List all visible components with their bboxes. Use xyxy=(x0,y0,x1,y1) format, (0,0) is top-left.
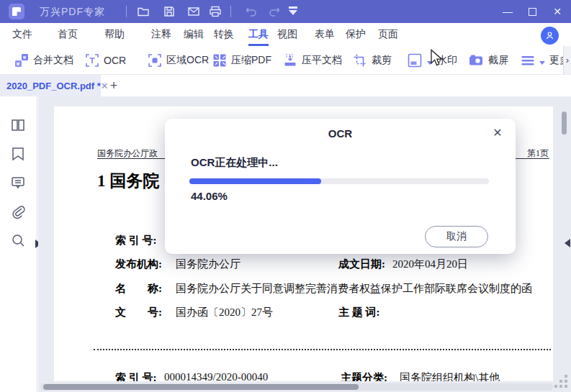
maximize-button[interactable] xyxy=(520,0,544,23)
progress-bar-fill xyxy=(189,178,321,184)
toolbar-label: 区域OCR xyxy=(166,54,209,67)
mouse-cursor xyxy=(430,49,444,68)
collapse-toolbar-icon[interactable] xyxy=(288,6,298,17)
comments-icon[interactable] xyxy=(10,175,26,191)
horizontal-scrollbar-thumb[interactable] xyxy=(43,384,359,390)
area-ocr-icon xyxy=(148,53,162,68)
flatten-document-button[interactable]: 压平文档 xyxy=(283,46,342,74)
field-value: 000014349/2020-00040 xyxy=(164,371,268,381)
more-tools-button[interactable]: 更多 xyxy=(521,46,567,74)
tabbar: 2020_PDF_OCR.pdf * ✕ + xyxy=(0,75,571,96)
ocr-status-text: OCR正在处理中... xyxy=(191,156,278,170)
doc-heading: 1 国务院 xyxy=(97,170,159,192)
field-label: 索 引 号: xyxy=(115,372,157,381)
undo-icon[interactable] xyxy=(245,5,258,18)
save-icon[interactable] xyxy=(163,5,176,18)
menu-edit[interactable]: 编辑 xyxy=(184,24,204,46)
app-window: 万兴PDF专家 — ✕ 文件 首页 帮助 注释 编辑 转换 工具 xyxy=(0,0,571,392)
menu-convert[interactable]: 转换 xyxy=(214,24,234,46)
toolbar: 合并文档 OCR 区域OCR 压缩PDF 压平文档 裁剪 水印 xyxy=(0,46,571,75)
progress-bar xyxy=(189,178,489,184)
toolbar-label: OCR xyxy=(104,55,126,66)
field-value: 2020年04月20日 xyxy=(392,257,468,271)
open-file-icon[interactable] xyxy=(137,5,150,18)
menu-comment[interactable]: 注释 xyxy=(151,24,171,46)
cancel-button[interactable]: 取消 xyxy=(425,226,488,247)
more-tools-caret[interactable] xyxy=(539,61,545,65)
titlebar: 万兴PDF专家 — ✕ xyxy=(0,0,571,23)
flatten-document-icon xyxy=(283,53,297,68)
crop-button[interactable]: 裁剪 xyxy=(353,46,392,74)
print-icon[interactable] xyxy=(209,5,222,18)
menu-help[interactable]: 帮助 xyxy=(104,24,125,46)
toolbar-label: 压平文档 xyxy=(302,54,342,67)
field-value: 国务院办公厅关于同意调整完善消费者权益保护工作部际联席会议制度的函 xyxy=(176,282,550,296)
doc-field-row: 名 称: 国务院办公厅关于同意调整完善消费者权益保护工作部际联席会议制度的函 xyxy=(115,282,162,296)
watermark-icon xyxy=(407,53,423,68)
titlebar-separator xyxy=(230,6,231,17)
right-panel-expand-handle[interactable] xyxy=(565,239,570,247)
field-label: 主 题 词: xyxy=(338,306,380,319)
bookmarks-icon[interactable] xyxy=(10,146,26,162)
ocr-icon xyxy=(85,53,99,68)
compress-pdf-icon xyxy=(212,53,227,68)
field-value: 国务院办公厅 xyxy=(176,257,240,271)
menu-home[interactable]: 首页 xyxy=(58,24,78,46)
dialog-title: OCR xyxy=(165,127,516,140)
app-title: 万兴PDF专家 xyxy=(40,6,105,19)
crop-icon xyxy=(353,53,367,68)
toolbar-label: 裁剪 xyxy=(372,54,392,67)
toolbar-label: 截屏 xyxy=(488,54,508,67)
menu-page[interactable]: 页面 xyxy=(378,24,398,46)
attachments-icon[interactable] xyxy=(10,204,26,219)
tab-title: 2020_PDF_OCR.pdf * xyxy=(6,81,101,91)
toolbar-overflow-chevron[interactable]: › xyxy=(563,46,571,74)
field-label: 文 号: xyxy=(115,306,162,318)
menu-tools[interactable]: 工具 xyxy=(248,24,269,46)
field-label: 主题分类: xyxy=(341,371,387,381)
user-avatar[interactable] xyxy=(541,27,559,45)
page-thumbnails-icon[interactable] xyxy=(10,117,26,133)
menu-view[interactable]: 视图 xyxy=(277,24,297,46)
area-ocr-button[interactable]: 区域OCR xyxy=(148,46,209,74)
close-button[interactable]: ✕ xyxy=(545,0,570,23)
app-logo-icon xyxy=(9,4,24,19)
menu-form[interactable]: 表单 xyxy=(315,24,335,46)
menu-file[interactable]: 文件 xyxy=(12,24,32,46)
document-tab[interactable]: 2020_PDF_OCR.pdf * ✕ xyxy=(0,75,101,96)
minimize-button[interactable]: — xyxy=(495,0,520,23)
vertical-scrollbar-thumb[interactable] xyxy=(562,111,567,135)
field-value: 国办函〔2020〕27号 xyxy=(176,306,273,319)
merge-documents-button[interactable]: 合并文档 xyxy=(14,46,73,74)
field-label: 发布机构: xyxy=(115,258,162,270)
menubar: 文件 首页 帮助 注释 编辑 转换 工具 视图 表单 保护 页面 xyxy=(0,23,571,46)
doc-dotted-divider xyxy=(94,349,551,350)
search-icon[interactable] xyxy=(10,232,26,248)
doc-field-row: 索 引 号: xyxy=(115,234,157,247)
dialog-close-icon[interactable]: ✕ xyxy=(490,125,505,140)
progress-percent: 44.06% xyxy=(191,190,228,202)
hamburger-menu-icon xyxy=(521,53,535,68)
redo-icon[interactable] xyxy=(268,5,281,18)
toolbar-label: 合并文档 xyxy=(33,54,73,67)
doc-field-row: 索 引 号: 000014349/2020-00040 主题分类: 国务院组织机… xyxy=(115,371,157,381)
left-sidebar xyxy=(0,96,37,392)
field-label: 名 称: xyxy=(115,283,162,294)
doc-field-row: 发布机构: 国务院办公厅 成文日期: 2020年04月20日 xyxy=(115,257,162,271)
resize-grip-icon[interactable] xyxy=(554,375,570,390)
screenshot-icon xyxy=(468,53,484,68)
titlebar-separator xyxy=(126,6,127,17)
compress-pdf-button[interactable]: 压缩PDF xyxy=(212,46,271,74)
ocr-button[interactable]: OCR xyxy=(85,46,126,74)
ocr-dialog: OCR ✕ OCR正在处理中... 44.06% 取消 xyxy=(165,119,516,254)
doc-field-row: 文 号: 国办函〔2020〕27号 主 题 词: xyxy=(115,306,162,319)
field-label: 索 引 号: xyxy=(115,234,157,246)
toolbar-label: 压缩PDF xyxy=(231,54,271,67)
merge-documents-icon xyxy=(14,53,29,68)
menu-protect[interactable]: 保护 xyxy=(346,24,366,46)
field-value: 国务院组织机构\其他 xyxy=(400,371,500,381)
field-label: 成文日期: xyxy=(338,257,385,271)
email-icon[interactable] xyxy=(187,5,200,18)
screenshot-button[interactable]: 截屏 xyxy=(468,46,508,74)
new-tab-button[interactable]: + xyxy=(105,77,122,94)
